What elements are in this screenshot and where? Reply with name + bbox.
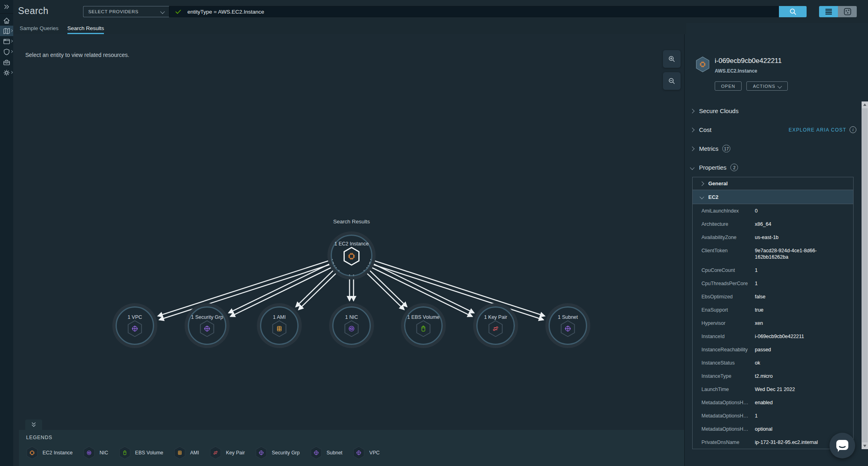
property-value: passed: [755, 346, 848, 353]
property-group-ec2[interactable]: EC2: [693, 190, 853, 204]
ec2-icon: [343, 247, 360, 266]
security-icon: [255, 446, 267, 460]
view-toggle-group: [819, 6, 857, 17]
info-icon[interactable]: i: [850, 126, 856, 133]
property-row: ClientToken9e7acd28-924d-4ce1-8d66-162bb…: [693, 244, 853, 263]
section-properties[interactable]: Properties 2: [685, 158, 862, 177]
search-button[interactable]: [779, 6, 807, 17]
zoom-in-button[interactable]: [663, 50, 681, 68]
legend-label: EC2 Instance: [43, 450, 73, 456]
legend-label: VPC: [369, 450, 380, 456]
node-1-vpc[interactable]: 1 VPC: [116, 306, 154, 345]
node-1-ami[interactable]: 1 AMI: [260, 306, 299, 345]
entity-title: i-069ecb9cb0e422211: [715, 57, 782, 65]
shield-icon: [3, 48, 10, 56]
subnet-icon: [310, 446, 322, 460]
legend-item-nic: NIC: [83, 446, 108, 460]
entity-actions: OPEN ACTIONS: [715, 81, 788, 91]
scrollbar-thumb[interactable]: [862, 108, 868, 442]
open-button[interactable]: OPEN: [715, 81, 742, 91]
search-query-input[interactable]: [187, 8, 774, 15]
legend-item-key-pair: Key Pair: [209, 446, 245, 460]
property-value: x86_64: [755, 221, 848, 227]
root-node-1-ec2-instance[interactable]: 1 EC2 Instance: [331, 235, 372, 276]
select-providers-dropdown[interactable]: SELECT PROVIDERS: [83, 6, 169, 17]
property-label: LaunchTime: [701, 386, 755, 393]
canvas-view-toggle[interactable]: [838, 6, 857, 17]
tab-search-results[interactable]: Search Results: [67, 23, 104, 34]
property-value: 1: [755, 267, 848, 274]
legend-item-vpc: VPC: [353, 446, 380, 460]
chat-widget-button[interactable]: [829, 433, 855, 458]
nic-icon: [83, 446, 95, 460]
legends-title: LEGENDS: [26, 435, 52, 440]
property-label: InstanceType: [701, 373, 755, 379]
legend-item-ami: AMI: [174, 446, 199, 460]
ec2-icon: [695, 56, 710, 73]
section-metrics[interactable]: Metrics 17: [685, 139, 862, 158]
sidebar-item-home[interactable]: [0, 15, 13, 26]
toolbox-icon: [3, 59, 10, 66]
chevron-right-icon: [10, 29, 13, 32]
node-label: 1 EBS Volume: [407, 314, 440, 320]
legend-item-security-grp: Security Grp: [255, 446, 299, 460]
list-view-toggle[interactable]: [819, 6, 838, 17]
double-chevron-right-icon: [3, 3, 10, 10]
canvas-view-icon: [843, 7, 852, 16]
chevron-down-icon: [160, 9, 165, 14]
node-label: 1 Security Grp: [191, 314, 223, 320]
graph-canvas[interactable]: Select an entity to view related resourc…: [13, 34, 684, 466]
property-row: EbsOptimizedfalse: [693, 290, 853, 303]
map-icon: [3, 27, 10, 35]
property-label: PrivateDnsName: [701, 439, 755, 446]
sidebar-item-settings[interactable]: [0, 67, 13, 78]
property-label: InstanceReachability: [701, 346, 755, 353]
property-group-general[interactable]: General: [693, 177, 853, 190]
chevron-down-icon: [690, 165, 694, 170]
property-label: AmiLaunchIndex: [701, 208, 755, 214]
chat-bubble-icon: [835, 438, 850, 453]
property-row: MetadataOptionsH…1: [693, 409, 853, 422]
legend-label: NIC: [100, 450, 108, 456]
actions-button[interactable]: ACTIONS: [746, 81, 788, 91]
node-1-security-grp[interactable]: 1 Security Grp: [188, 306, 226, 345]
zoom-controls: [663, 50, 681, 90]
zoom-out-button[interactable]: [663, 72, 681, 90]
property-label: AvailabilityZone: [701, 234, 755, 241]
property-label: ClientToken: [701, 247, 755, 260]
subnet-icon: [560, 320, 575, 337]
property-label: MetadataOptionsH…: [701, 413, 755, 419]
metrics-count-badge: 17: [722, 145, 730, 152]
node-1-nic[interactable]: 1 NIC: [332, 306, 371, 345]
property-label: InstanceId: [701, 333, 755, 340]
property-row: MetadataOptionsH…optional: [693, 422, 853, 436]
sidebar-item-toolbox[interactable]: [0, 57, 13, 67]
chevron-right-icon: [690, 146, 694, 151]
tab-sample-queries[interactable]: Sample Queries: [20, 23, 59, 34]
property-value: false: [755, 294, 848, 300]
sidebar-item-apps[interactable]: [0, 36, 13, 47]
property-value: 0: [755, 208, 848, 214]
section-cost[interactable]: Cost EXPLORE ARIA COST i: [685, 120, 862, 139]
node-1-subnet[interactable]: 1 Subnet: [549, 306, 587, 345]
ebs-icon: [119, 446, 131, 460]
sidebar-expand-button[interactable]: [0, 0, 13, 14]
double-chevron-down-icon: [30, 422, 37, 428]
scrollbar-down-arrow[interactable]: [862, 443, 868, 449]
property-row: CpuThreadsPerCore1: [693, 277, 853, 290]
node-1-key-pair[interactable]: 1 Key Pair: [476, 306, 515, 345]
property-rows: AmiLaunchIndex0Architecturex86_64Availab…: [693, 204, 853, 449]
section-secure-clouds[interactable]: Secure Clouds: [685, 101, 862, 120]
property-label: MetadataOptionsH…: [701, 399, 755, 406]
node-1-ebs-volume[interactable]: 1 EBS Volume: [404, 306, 443, 345]
panel-scrollbar[interactable]: [862, 101, 868, 449]
scrollbar-up-arrow[interactable]: [862, 101, 868, 108]
sidebar-item-map[interactable]: [0, 26, 13, 36]
property-value: enabled: [755, 399, 848, 406]
sidebar-item-security[interactable]: [0, 47, 13, 57]
property-value: us-east-1b: [755, 234, 848, 241]
legends-collapse-button[interactable]: [25, 419, 42, 430]
search-query-field[interactable]: [169, 6, 779, 17]
property-value: Wed Dec 21 2022: [755, 386, 848, 393]
explore-aria-cost-link[interactable]: EXPLORE ARIA COST: [789, 127, 846, 133]
